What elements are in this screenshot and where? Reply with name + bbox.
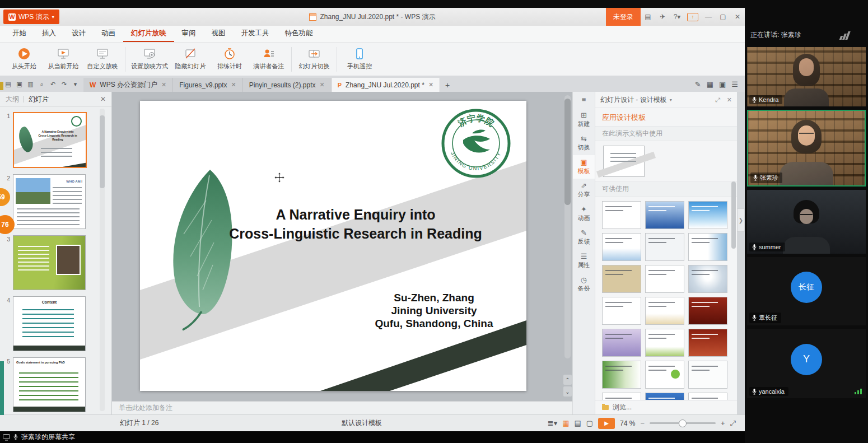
upgrade-icon[interactable]: ↑ [687,13,698,21]
current-template-thumb[interactable] [603,146,645,177]
pane-title[interactable]: 幻灯片设计 - 设计模板 [600,95,667,105]
doc-tab-pinyin-results[interactable]: Pinyin_results (2).pptx ✕ [243,78,332,92]
zoom-in-icon[interactable]: + [721,419,725,427]
more-icon[interactable]: ☰ [731,80,738,88]
design-template-thumb[interactable] [602,329,641,357]
strip-item-backup[interactable]: ◷ 备份 [573,273,595,296]
doc-tab-resource-portal[interactable]: W WPS 办公资源门户 ✕ [83,78,173,92]
login-button[interactable]: 未登录 [606,8,641,26]
help-icon[interactable]: ?▾ [670,8,684,26]
slide-thumbnail-4[interactable]: Content [13,296,86,351]
speaker-notes-button[interactable]: 演讲者备注 [249,44,288,75]
design-template-thumb[interactable] [602,297,641,325]
slide-thumbnail-3[interactable] [13,235,86,290]
strip-item-switch[interactable]: ⇆ 切换 [573,132,595,155]
menu-tab-review[interactable]: 审阅 [174,26,204,42]
zoom-out-icon[interactable]: − [640,419,645,427]
zoom-slider[interactable] [650,422,716,424]
strip-item-properties[interactable]: ☰ 属性 [573,249,595,273]
phone-remote-button[interactable]: 手机遥控 [340,44,379,75]
maximize-button[interactable]: ▢ [716,8,730,26]
close-button[interactable]: ✕ [730,8,745,26]
feedback-icon[interactable]: ✈ [655,8,670,26]
notes-area[interactable]: 单击此处添加备注 [112,401,572,414]
design-template-thumb[interactable] [688,329,727,357]
expand-pane-icon[interactable]: ⤢ [715,96,720,104]
fit-to-window-icon[interactable]: ⤢ [730,419,736,428]
design-template-thumb[interactable] [688,201,727,229]
tools-icon[interactable]: ✎ [695,80,701,88]
slide-title[interactable]: A Narrative Enquiry into Cross-Linguisti… [213,205,498,243]
design-template-thumb[interactable] [602,201,641,229]
menu-tab-design[interactable]: 设计 [64,26,94,42]
design-template-thumb[interactable] [645,265,684,293]
close-panel-icon[interactable]: ✕ [100,95,106,103]
print-preview-icon[interactable]: ⌕ [36,79,47,90]
menu-tab-animation[interactable]: 动画 [94,26,123,42]
strip-item-feedback[interactable]: ✎ 反馈 [573,226,595,249]
menu-tab-slideshow[interactable]: 幻灯片放映 [123,26,174,42]
previous-slide-button[interactable]: ⌃ [563,375,572,385]
layout-icon[interactable]: ▦ [707,80,713,88]
play-from-current-button[interactable]: 从当前开始 [44,44,83,75]
participant-tile-summer[interactable]: summer [747,190,866,254]
setup-show-button[interactable]: 设置放映方式 [128,44,171,75]
participant-tile-yancaixia[interactable]: Y yancaixia [747,329,866,398]
outline-tab[interactable]: 大纲 [6,95,19,104]
slide-thumbnail-2[interactable]: WHO AM I [13,174,86,229]
pane-scrollbar-thumb[interactable] [731,181,736,249]
template-name[interactable]: 默认设计模板 [342,418,382,428]
slideshow-play-button[interactable]: ▶ [598,418,615,429]
close-pane-icon[interactable]: ✕ [727,96,732,104]
menu-tab-view[interactable]: 视图 [204,26,234,42]
participant-tile-qinchangzheng[interactable]: 长征 覃长征 [747,257,866,325]
design-template-thumb[interactable] [688,361,727,389]
participant-tile-kendra[interactable]: Kendra [747,47,866,106]
browse-templates-button[interactable]: 浏览... [595,400,737,414]
strip-item-animation[interactable]: ✦ 动画 [573,202,595,226]
strip-item-template[interactable]: ▣ 模板 [573,155,595,179]
menu-tab-special[interactable]: 特色功能 [277,26,321,42]
save-icon[interactable]: ▣ [14,79,25,90]
design-template-thumb[interactable] [645,297,684,325]
chevron-down-icon[interactable]: ▾ [70,79,81,90]
strip-item-share[interactable]: ⇗ 分享 [573,179,595,202]
slide-transition-button[interactable]: 幻灯片切换 [295,44,334,75]
hamburger-icon[interactable]: ≡ [582,95,586,104]
skin-icon[interactable]: ▤ [641,8,655,26]
redo-icon[interactable]: ↷ [59,79,69,90]
slide-thumbnail-1[interactable]: A Narrative Enquiry into Cross-Linguisti… [13,112,87,168]
custom-show-button[interactable]: 自定义放映 [83,44,122,75]
design-template-thumb[interactable] [645,329,684,357]
doc-tab-zhang-jnu[interactable]: P Zhang_JNU Jul.2020.ppt * ✕ [332,78,440,92]
slides-tab[interactable]: 幻灯片 [29,95,49,104]
panel-scrollbar-thumb[interactable] [100,115,105,188]
play-from-start-button[interactable]: 从头开始 [4,44,44,75]
design-template-thumb[interactable] [688,297,727,325]
next-slide-button[interactable]: ⌄ [563,386,572,397]
collapse-pane-button[interactable]: ❯ [737,208,745,232]
normal-view-icon[interactable]: ▦ [562,419,569,427]
design-template-thumb[interactable] [645,233,684,261]
slide-thumbnail-5[interactable]: Goals statement in pursuing PhD [13,357,86,412]
design-template-thumb[interactable] [688,265,727,293]
design-template-thumb[interactable] [602,233,641,261]
zoom-slider-knob[interactable] [679,419,687,427]
export-icon[interactable]: ▥ [25,79,36,90]
strip-item-new[interactable]: ⊞ 新建 [573,108,595,132]
design-template-thumb[interactable] [602,361,641,389]
menu-icon[interactable]: ▤ [3,79,13,90]
close-tab-icon[interactable]: ✕ [231,81,236,88]
new-tab-button[interactable]: + [440,78,455,92]
menu-tab-developer[interactable]: 开发工具 [234,26,277,42]
menu-tab-insert[interactable]: 插入 [34,26,64,42]
close-tab-icon[interactable]: ✕ [161,81,166,88]
design-template-thumb[interactable] [645,361,684,389]
design-template-thumb[interactable] [645,201,684,229]
undo-icon[interactable]: ↶ [48,79,58,90]
chevron-down-icon[interactable]: ▾ [670,97,672,102]
hide-slide-button[interactable]: 隐藏幻灯片 [171,44,210,75]
wps-app-button[interactable]: W WPS 演示 ▾ [3,10,59,24]
slide-authors[interactable]: Su-Zhen, Zhang Jining University Qufu, S… [350,291,518,330]
rows-icon[interactable]: ≣▾ [548,419,557,427]
